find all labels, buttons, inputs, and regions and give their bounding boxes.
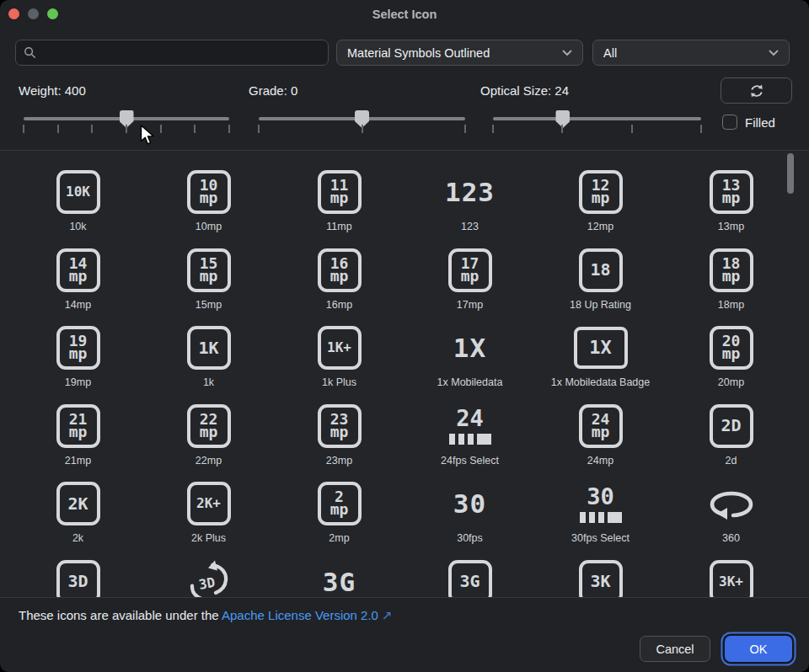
icon-label: 1x Mobiledata Badge [551,376,650,388]
badge-icon-text: mp [722,348,741,360]
scrollbar-thumb[interactable] [787,153,794,194]
icon-label: 360 [722,532,740,544]
icon-cell[interactable]: 12mp12mp [535,165,666,243]
badge-icon: 20mp [710,326,753,370]
badge-icon: 3D [56,560,100,599]
icon-cell[interactable]: 1X1x Mobiledata [404,321,535,399]
badge-icon: 2K [56,482,100,525]
icon-cell[interactable]: 123123 [404,165,535,243]
icon-cell[interactable]: 15mp15mp [143,243,274,322]
icon-cell[interactable]: 3030fps [404,477,535,555]
badge-icon-text: 2K+ [196,498,221,509]
license-text: These icons are available under the Apac… [19,608,393,623]
icon-cell[interactable]: 19mp19mp [13,321,143,399]
badge-icon-text: 2K [67,497,88,510]
icon-preview: 16mp [318,243,362,297]
icon-preview: 3G [448,555,492,599]
icon-cell[interactable]: 18mp18mp [666,243,796,322]
optical-size-slider-track[interactable] [493,117,701,120]
badge-icon: 24mp [579,404,623,448]
icon-label: 23mp [326,455,352,467]
badge-icon: 3K+ [710,560,753,599]
icon-cell[interactable]: 2K+2k Plus [143,477,274,555]
icon-cell[interactable]: 24mp24mp [535,399,666,477]
icon-cell[interactable]: 3030fps Select [535,477,666,555]
icon-cell[interactable]: 10K10k [13,165,143,243]
badge-icon-text: 1K [198,341,218,355]
icon-cell[interactable]: 20mp20mp [666,321,796,399]
icon-cell[interactable]: 2K2k [13,477,143,555]
icon-cell[interactable]: 2mp2mp [274,477,404,555]
icon-preview: 23mp [318,399,362,453]
icon-cell[interactable]: 21mp21mp [13,399,143,477]
icon-cell[interactable]: 14mp14mp [13,243,143,322]
cancel-button[interactable]: Cancel [640,636,710,662]
window-title: Select Icon [0,0,809,27]
icon-cell[interactable]: 360 [666,477,796,555]
license-prefix: These icons are available under the [19,608,222,622]
fps-bars [449,434,491,445]
icon-cell[interactable]: 11mp11mp [274,165,404,243]
icon-preview: 20mp [710,321,753,375]
slider-tick [492,125,494,133]
icon-cell[interactable]: 10mp10mp [143,165,274,243]
filled-checkbox[interactable] [722,115,737,130]
icon-preview: 10mp [187,165,231,219]
refresh-icon [748,83,765,99]
icon-preview: 123 [445,165,495,219]
icon-preview: 3D [190,555,228,599]
icon-preview: 10K [56,165,100,219]
badge-icon-text: mp [330,426,349,439]
icon-cell[interactable]: 3D [13,555,143,599]
search-input[interactable] [42,45,320,61]
badge-icon: 10K [56,170,100,214]
icon-cell[interactable]: 1X1x Mobiledata Badge [535,321,666,399]
icon-cell[interactable]: 2D2d [666,399,796,477]
icon-label: 30fps [457,532,483,544]
icon-cell[interactable]: 1818 Up Rating [535,243,666,322]
badge-icon-text: mp [330,504,349,516]
weight-slider[interactable] [24,110,229,142]
icon-preview: 1X [574,321,628,375]
slider-tick [194,125,196,133]
icon-cell[interactable]: 3G [274,555,404,599]
icon-cell[interactable]: 3G [404,555,535,599]
icon-cell[interactable]: 16mp16mp [274,243,404,322]
grade-label: Grade: 0 [249,83,297,98]
ok-button[interactable]: OK [725,636,792,662]
fps-bar [589,512,595,523]
icon-cell[interactable]: 13mp13mp [666,165,796,243]
icon-cell[interactable]: 1K1k [143,321,274,399]
fps-bar [449,434,455,445]
icon-cell[interactable]: 2424fps Select [404,399,535,477]
badge-icon: 13mp [710,170,753,214]
icon-cell[interactable]: 22mp22mp [143,399,274,477]
search-field[interactable] [15,40,329,66]
badge-icon: 10mp [187,170,231,214]
category-filter-dropdown[interactable]: All [592,40,790,66]
apache-license-link[interactable]: Apache License Version 2.0 [222,608,378,622]
icon-cell[interactable]: 17mp17mp [404,243,535,322]
icon-cell[interactable]: 3K [535,555,666,599]
badge-icon-text: mp [69,270,88,283]
badge-icon-text: 2D [721,419,741,432]
fps-select-icon: 24 [449,407,491,445]
icon-label: 10mp [196,221,222,232]
badge-icon: 11mp [318,170,362,214]
badge-icon: 1K+ [318,326,362,370]
icon-cell[interactable]: 1K+1k Plus [274,321,404,399]
grade-slider[interactable] [259,110,465,142]
badge-icon: 3K [579,560,623,599]
icon-grid[interactable]: 10K10k10mp10mp11mp11mp12312312mp12mp13mp… [0,150,809,598]
optical-size-slider[interactable] [493,110,701,142]
icon-cell[interactable]: 3K+ [666,555,796,599]
badge-icon: 17mp [448,248,492,292]
icon-label: 13mp [718,221,744,232]
icon-cell[interactable]: 3D [143,555,274,599]
icon-label: 12mp [587,221,613,232]
font-family-dropdown[interactable]: Material Symbols Outlined [336,40,583,66]
reset-settings-button[interactable] [721,77,792,104]
icon-cell[interactable]: 23mp23mp [274,399,404,477]
icon-label: 15mp [196,299,222,311]
icon-label: 2k Plus [191,532,226,544]
